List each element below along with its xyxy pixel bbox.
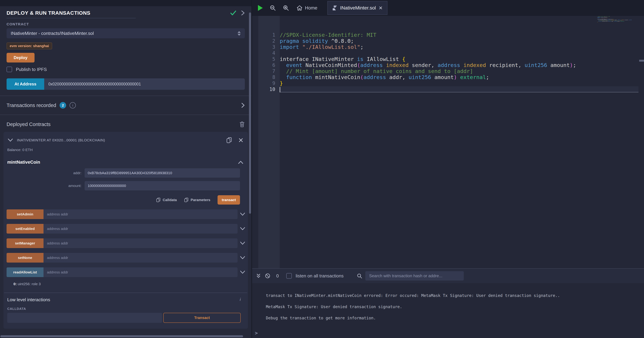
collapse-panel-chevron-icon[interactable] [241,10,245,16]
setEnabled-input[interactable] [44,224,238,234]
transactions-recorded-row[interactable]: Transactions recorded 2 i [0,96,252,115]
select-spinner-icon [238,31,241,36]
addr-field-input[interactable] [84,168,240,178]
setAdmin-input[interactable] [44,210,238,219]
minimap-line [598,22,632,23]
publish-ipfs-checkbox[interactable] [6,67,12,72]
calldata-input[interactable] [7,313,162,323]
setAdmin-button[interactable]: setAdmin [6,210,44,219]
code-line: interface INativeMinter is IAllowList { [280,56,576,62]
line-number: 1 [258,32,280,38]
tab-inativeminter-sol[interactable]: INativeMinter.sol ✕ [327,1,388,15]
code-line [280,86,576,92]
tab-file-label: INativeMinter.sol [340,5,376,11]
editor-scrollbar-thumb[interactable] [639,60,644,62]
amount-field-input[interactable] [84,181,240,190]
code-line: pragma solidity ^0.8.0; [280,38,576,44]
terminal-log-line: transact to INativeMinter.mintNativeCoin… [266,290,644,301]
expand-function-chevron-icon[interactable] [240,227,245,230]
collapse-terminal-double-chevron-icon[interactable] [256,273,261,278]
calldata-label: CALLDATA [7,307,248,311]
panel-title: DEPLOY & RUN TRANSACTIONS [6,10,90,16]
line-number: 10 [258,86,280,92]
listen-all-transactions-checkbox[interactable] [286,273,292,278]
remix-ide-app: DEPLOY & RUN TRANSACTIONS CONTRACT INati… [0,0,644,338]
function-row: readAllowList [6,268,245,277]
code-line: } [280,80,576,86]
deployed-contract-card: INATIVEMINTER AT 0X020...00001 (BLOCKCHA… [4,132,248,329]
function-action-row: Calldata Parameters transact [4,195,240,204]
zoom-out-icon[interactable] [270,5,276,11]
clear-console-block-icon[interactable] [265,273,270,278]
editor-pane: Home INativeMinter.sol ✕ 12345678910 //S… [252,0,644,338]
setNone-input[interactable] [44,253,238,262]
function-row: setNone [6,253,245,262]
expand-function-chevron-icon[interactable] [240,256,245,260]
panel-top-strip [0,0,252,6]
transactions-expand-chevron-icon[interactable] [241,102,245,108]
evm-version-badge: evm version: shanghai [6,42,52,49]
readAllowList-button[interactable]: readAllowList [6,268,44,277]
transactions-info-icon[interactable]: i [70,102,76,108]
call-result-value: uint256: role 3 [17,282,41,286]
tab-close-icon[interactable]: ✕ [379,5,382,11]
zoom-in-icon[interactable] [283,5,289,11]
call-result-line: 0: uint256: role 3 [14,282,248,286]
function-row: setManager [6,238,245,248]
deployed-contracts-title: Deployed Contracts [6,122,50,127]
function-collapse-chevron-icon[interactable] [238,160,244,164]
code-line: event NativeCoinMinted(address indexed s… [280,62,576,68]
setEnabled-button[interactable]: setEnabled [6,224,44,234]
code-line: //SPDX-License-Identifier: MIT [280,32,576,38]
open-function-header[interactable]: mintNativeCoin [7,160,244,165]
panel-header: DEPLOY & RUN TRANSACTIONS [6,9,245,17]
deploy-button[interactable]: Deploy [6,53,34,62]
copy-parameters-button[interactable]: Parameters [184,197,210,202]
readAllowList-input[interactable] [44,268,238,277]
expand-function-chevron-icon[interactable] [240,212,245,216]
low-level-title: Low level interactions [7,297,50,302]
terminal-log-line: Debug the transaction to get more inform… [266,312,644,324]
contract-card-header[interactable]: INATIVEMINTER AT 0X020...00001 (BLOCKCHA… [4,132,248,144]
run-script-play-icon[interactable] [258,5,263,11]
function-row: setAdmin [6,210,245,219]
tab-home[interactable]: Home [296,5,317,11]
setNone-button[interactable]: setNone [6,253,44,262]
transact-button[interactable]: transact [218,195,240,204]
copy-parameters-label: Parameters [190,198,210,202]
contract-select[interactable]: INativeMinter - contracts/INativeMinter.… [6,28,245,38]
terminal-output[interactable]: transact to INativeMinter.mintNativeCoin… [252,283,644,338]
panel-vertical-scrollbar[interactable] [249,12,251,214]
listen-all-transactions-label: listen on all transactions [296,273,344,278]
trash-icon[interactable] [239,121,245,128]
at-address-row: At Address [6,78,245,90]
line-number: 3 [258,44,280,50]
setManager-input[interactable] [44,238,238,248]
copy-address-icon[interactable] [226,137,232,144]
contract-select-value: INativeMinter - contracts/INativeMinter.… [11,31,94,36]
setManager-button[interactable]: setManager [6,238,44,248]
low-level-transact-button[interactable]: Transact [163,313,241,323]
expand-function-chevron-icon[interactable] [240,242,245,245]
copy-calldata-button[interactable]: Calldata [156,197,177,202]
remove-instance-close-icon[interactable] [238,138,243,142]
contract-collapse-chevron-icon[interactable] [8,138,13,142]
editor-minimap[interactable]: //SPDX-License-Identifier: MITpragma sol… [598,16,632,23]
line-number: 8 [258,74,280,80]
code-editor[interactable]: 12345678910 //SPDX-License-Identifier: M… [252,16,644,268]
panel-horizontal-scrollbar[interactable] [0,335,243,337]
code-lines[interactable]: //SPDX-License-Identifier: MITpragma sol… [280,32,576,92]
at-address-button[interactable]: At Address [6,78,44,90]
addr-field-row: addr: [4,168,240,178]
low-level-info-icon[interactable]: i [240,297,241,302]
terminal-prompt[interactable]: > [255,330,258,336]
line-number: 9 [258,80,280,86]
terminal-log-line: MetaMask Tx Signature: User denied trans… [266,301,644,312]
terminal-search-input[interactable] [365,271,464,280]
at-address-input[interactable] [44,78,245,90]
transactions-recorded-label: Transactions recorded [6,102,56,108]
open-function-name: mintNativeCoin [7,160,40,165]
expand-function-chevron-icon[interactable] [240,270,245,274]
home-icon [296,5,302,11]
transactions-count-badge: 2 [60,102,66,108]
